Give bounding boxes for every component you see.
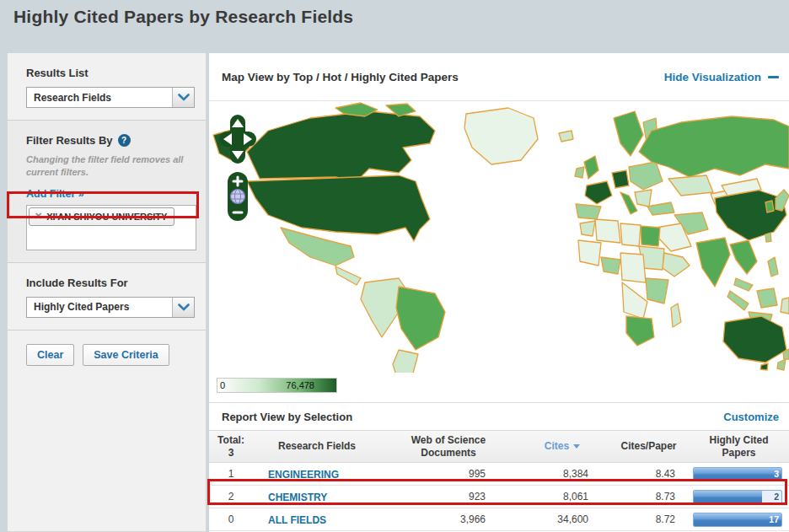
rank-cell: 2 xyxy=(209,491,253,502)
page-title: Highly Cited Papers by Research Fields xyxy=(13,7,353,27)
cites-cell: 8,061 xyxy=(516,491,609,502)
column-header-research-fields: Research Fields xyxy=(253,440,381,452)
collapse-icon[interactable] xyxy=(768,76,779,78)
table-row-engineering: 1 ENGINEERING 995 8,384 8.43 3 xyxy=(209,463,789,486)
map-controls[interactable] xyxy=(219,115,256,223)
report-table: Total: 3 Research Fields Web of Science … xyxy=(209,430,789,531)
filter-note: Changing the filter field removes all cu… xyxy=(26,153,186,179)
color-scale: 0 76,478 xyxy=(217,378,337,393)
sidebar: Results List Research Fields Filter Resu… xyxy=(7,53,207,532)
field-link[interactable]: ENGINEERING xyxy=(268,469,339,481)
chevron-down-icon[interactable] xyxy=(172,298,194,317)
documents-cell: 3,966 xyxy=(381,513,516,525)
include-results-dropdown-value: Highly Cited Papers xyxy=(27,301,172,313)
sidebar-buttons: Clear Save Criteria xyxy=(8,330,206,378)
total-header: Total: 3 xyxy=(209,434,253,459)
choropleth-map[interactable] xyxy=(209,101,789,373)
filter-chip[interactable]: ✕ XI'AN SHIYOU UNIVERSITY xyxy=(29,207,174,226)
include-results-dropdown[interactable]: Highly Cited Papers xyxy=(26,297,195,318)
filter-section: Filter Results By ? Changing the filter … xyxy=(8,121,206,262)
rank-cell: 0 xyxy=(209,513,253,525)
world-map[interactable] xyxy=(209,101,789,373)
remove-filter-icon[interactable]: ✕ xyxy=(35,212,42,221)
table-row-chemistry: 2 CHEMISTRY 923 8,061 8.73 2 xyxy=(209,486,789,508)
pan-control xyxy=(219,115,256,164)
main-panel: Map View by Top / Hot / Highly Cited Pap… xyxy=(209,53,789,532)
filter-chip-label: XI'AN SHIYOU UNIVERSITY xyxy=(46,212,167,222)
help-icon[interactable]: ? xyxy=(118,134,131,147)
highly-cited-bar: 2 xyxy=(693,490,782,504)
filter-results-by-label: Filter Results By xyxy=(26,134,113,147)
screen: Highly Cited Papers by Research Fields R… xyxy=(0,0,789,532)
clear-button[interactable]: Clear xyxy=(26,344,74,366)
cites-per-paper-cell: 8.73 xyxy=(609,491,689,502)
map-header: Map View by Top / Hot / Highly Cited Pap… xyxy=(209,53,789,101)
column-header-highly-cited: Highly Cited Papers xyxy=(689,434,789,459)
scale-max-label: 76,478 xyxy=(286,380,314,390)
field-link[interactable]: ALL FIELDS xyxy=(268,514,326,526)
scale-min-label: 0 xyxy=(220,380,225,390)
highly-cited-value: 17 xyxy=(769,514,779,524)
cites-per-paper-cell: 8.72 xyxy=(609,513,689,525)
table-header-row: Total: 3 Research Fields Web of Science … xyxy=(209,430,789,463)
globe-icon xyxy=(231,190,245,204)
documents-cell: 923 xyxy=(381,491,516,502)
column-header-cites-per-paper: Cites/Paper xyxy=(609,440,689,452)
save-criteria-button[interactable]: Save Criteria xyxy=(83,344,169,366)
column-header-documents: Web of Science Documents xyxy=(381,434,516,459)
zoom-control xyxy=(228,172,248,221)
results-list-section: Results List Research Fields xyxy=(8,53,206,120)
cites-cell: 34,600 xyxy=(516,513,609,525)
highly-cited-bar: 3 xyxy=(693,467,782,481)
report-view-title: Report View by Selection xyxy=(222,411,352,423)
chevron-down-icon[interactable] xyxy=(172,88,194,107)
add-filter-link[interactable]: Add Filter » xyxy=(26,188,84,200)
hide-visualization-label: Hide Visualization xyxy=(664,71,761,83)
map-scale-row: 0 76,478 xyxy=(209,373,789,402)
documents-cell: 995 xyxy=(381,468,516,480)
page-header: Highly Cited Papers by Research Fields xyxy=(0,0,789,52)
highly-cited-value: 2 xyxy=(774,492,779,502)
highly-cited-bar: 17 xyxy=(693,513,782,527)
highly-cited-value: 3 xyxy=(774,469,779,479)
column-header-cites[interactable]: Cites xyxy=(516,440,609,452)
cites-cell: 8,384 xyxy=(516,468,609,480)
field-link[interactable]: CHEMISTRY xyxy=(268,492,327,503)
cites-per-paper-cell: 8.43 xyxy=(609,468,689,480)
table-row-all-fields: 0 ALL FIELDS 3,966 34,600 8.72 17 xyxy=(209,508,789,531)
sort-desc-icon[interactable] xyxy=(573,444,580,449)
include-results-section: Include Results For Highly Cited Papers xyxy=(8,263,206,330)
map-view-title: Map View by Top / Hot / Highly Cited Pap… xyxy=(222,71,459,83)
results-list-dropdown[interactable]: Research Fields xyxy=(26,87,195,108)
rank-cell: 1 xyxy=(209,468,253,480)
include-results-label: Include Results For xyxy=(26,277,192,289)
results-list-dropdown-value: Research Fields xyxy=(27,92,172,104)
customize-link[interactable]: Customize xyxy=(723,411,779,423)
results-list-label: Results List xyxy=(26,67,192,79)
active-filters-box: ✕ XI'AN SHIYOU UNIVERSITY xyxy=(26,205,196,250)
report-header: Report View by Selection Customize xyxy=(209,402,789,430)
hide-visualization-link[interactable]: Hide Visualization xyxy=(664,71,779,83)
